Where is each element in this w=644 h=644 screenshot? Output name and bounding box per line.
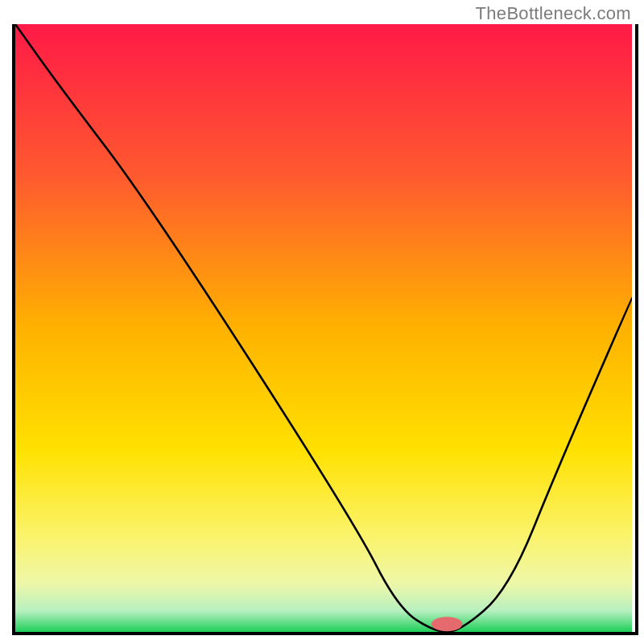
watermark-text: TheBottleneck.com xyxy=(476,3,631,24)
chart-frame xyxy=(12,24,638,635)
